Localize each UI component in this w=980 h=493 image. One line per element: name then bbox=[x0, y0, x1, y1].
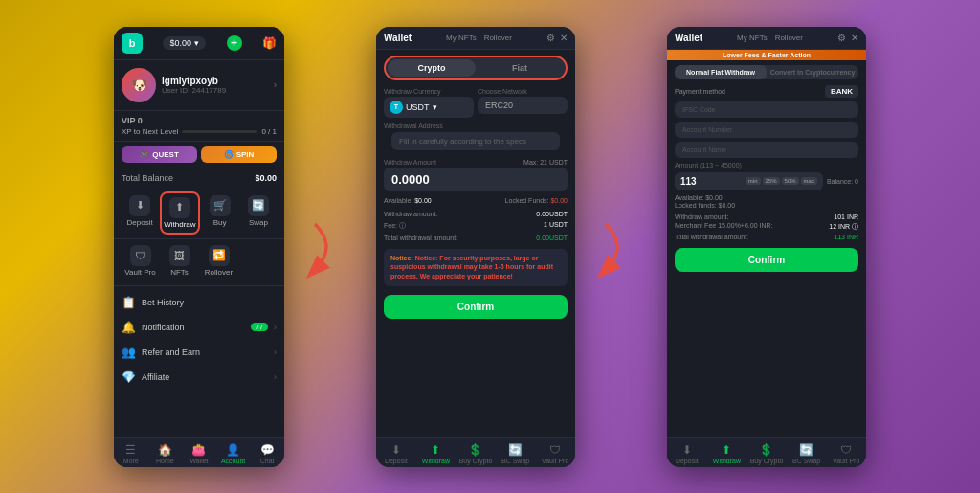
refer-icon: 👥 bbox=[122, 346, 136, 359]
nav-more[interactable]: ☰ More bbox=[114, 443, 148, 464]
confirm-button-mid[interactable]: Confirm bbox=[384, 295, 568, 319]
amount-label-row: Withdraw Amount Max: 21 USDT bbox=[384, 159, 568, 166]
add-funds-button[interactable]: + bbox=[227, 35, 242, 51]
fee-detail-row: Fee: ⓘ 1 USDT bbox=[384, 219, 568, 233]
withdraw-amount-val: 0.00USDT bbox=[536, 211, 568, 217]
buy-label: Buy bbox=[213, 218, 227, 227]
total-detail-row: Total withdrawal amount: 0.00USDT bbox=[384, 233, 568, 243]
nav-chat[interactable]: 💬 Chat bbox=[250, 443, 284, 464]
xp-bar bbox=[182, 130, 257, 133]
affiliate-item[interactable]: 💎 Affiliate › bbox=[114, 365, 284, 390]
amount-number: 113 bbox=[680, 176, 697, 187]
nav-account[interactable]: 👤 Account bbox=[216, 443, 251, 464]
app-logo: b bbox=[122, 33, 143, 54]
bet-history-item[interactable]: 📋 Bet History bbox=[114, 290, 284, 315]
nav-vault-pro-right[interactable]: 🛡 Vault Pro bbox=[826, 443, 866, 464]
buy-action[interactable]: 🛒 Buy bbox=[202, 191, 238, 235]
user-profile[interactable]: 🐶 lgmlytpxoyb User ID: 24417789 › bbox=[114, 60, 284, 111]
spin-button[interactable]: 🌀 SPIN bbox=[201, 146, 277, 163]
ifsc-field[interactable]: IFSC Code bbox=[675, 101, 858, 118]
bc-swap-icon: 🔄 bbox=[508, 443, 523, 457]
close-icon-right[interactable]: ✕ bbox=[851, 33, 858, 43]
normal-fiat-tab[interactable]: Normal Fiat Withdraw bbox=[675, 65, 767, 79]
nav-home[interactable]: 🏠 Home bbox=[148, 443, 183, 464]
range-buttons: min 25% 50% max bbox=[746, 177, 817, 185]
nav-buy-crypto-mid[interactable]: 💲 Buy Crypto bbox=[456, 443, 496, 464]
rollover-tab-right[interactable]: Rollover bbox=[775, 34, 803, 42]
convert-tab[interactable]: Convert in Cryptocurrency bbox=[767, 65, 858, 79]
refer-item[interactable]: 👥 Refer and Earn › bbox=[114, 340, 284, 365]
crypto-tab[interactable]: Crypto bbox=[388, 59, 476, 77]
amount-input-row: 113 min 25% 50% max Balance: 0 bbox=[667, 170, 866, 192]
balance-row-mid: Available: $0.00 Locked Funds: $0.00 bbox=[376, 194, 575, 207]
my-nfts-tab-mid[interactable]: My NFTs bbox=[446, 34, 477, 42]
settings-icon-mid[interactable]: ⚙ bbox=[546, 33, 555, 43]
payment-method-label: Payment method bbox=[675, 88, 725, 95]
amount-input-box[interactable]: 113 min 25% 50% max bbox=[675, 172, 823, 190]
fiat-tab[interactable]: Fiat bbox=[476, 59, 564, 77]
account-number-field[interactable]: Account Number bbox=[675, 122, 858, 138]
currency-badge[interactable]: T USDT ▾ bbox=[384, 97, 474, 118]
min-button[interactable]: min bbox=[746, 177, 761, 185]
confirm-button-right[interactable]: Confirm bbox=[675, 248, 858, 272]
right-panel: Wallet My NFTs Rollover ⚙ ✕ Lower Fees &… bbox=[667, 27, 866, 467]
wallet-right-header: Wallet My NFTs Rollover ⚙ ✕ bbox=[667, 27, 866, 50]
vault-pro-nav-label: Vault Pro bbox=[542, 458, 568, 464]
nav-bc-swap-right[interactable]: 🔄 BC Swap bbox=[787, 443, 827, 464]
arrow-2 bbox=[592, 209, 650, 285]
total-balance-label: Total Balance bbox=[122, 173, 173, 183]
rollover-action[interactable]: 🔁 Rollover bbox=[200, 241, 237, 280]
spin-icon: 🌀 bbox=[224, 150, 234, 159]
amount-range-row: Amount (113 ~ 45000) bbox=[667, 160, 866, 170]
address-input[interactable]: Fill in carefully according to the specs bbox=[391, 132, 560, 150]
notification-item[interactable]: 🔔 Notification 77 › bbox=[114, 315, 284, 340]
xp-count: 0 / 1 bbox=[261, 127, 277, 136]
nav-buy-crypto-right[interactable]: 💲 Buy Crypto bbox=[746, 443, 787, 464]
nfts-icon: 🖼 bbox=[169, 245, 190, 266]
nav-vault-pro-mid[interactable]: 🛡 Vault Pro bbox=[535, 443, 575, 464]
swap-action[interactable]: 🔄 Swap bbox=[240, 191, 277, 235]
buy-crypto-icon-right: 💲 bbox=[759, 443, 773, 457]
affiliate-label: Affiliate bbox=[142, 372, 268, 382]
nav-deposit-mid[interactable]: ⬇ Deposit bbox=[376, 443, 416, 464]
withdraw-nav-label: Withdraw bbox=[422, 458, 450, 464]
settings-icon-right[interactable]: ⚙ bbox=[837, 33, 846, 43]
currency-col: Withdraw Currency T USDT ▾ bbox=[384, 88, 474, 118]
swap-icon: 🔄 bbox=[248, 195, 269, 216]
home-label: Home bbox=[156, 458, 174, 464]
available-right: Available: $0.00 bbox=[675, 194, 858, 201]
nav-bc-swap-mid[interactable]: 🔄 BC Swap bbox=[496, 443, 536, 464]
max-button[interactable]: max bbox=[801, 177, 817, 185]
vip-section: VIP 0 XP to Next Level 0 / 1 bbox=[114, 111, 284, 142]
nfts-action[interactable]: 🖼 NFTs bbox=[161, 241, 198, 280]
wallet-mid-tabs-header: My NFTs Rollover bbox=[446, 34, 512, 42]
deposit-nav-icon-right: ⬇ bbox=[682, 443, 692, 457]
pct25-button[interactable]: 25% bbox=[763, 177, 780, 185]
total-right-val: 113 INR bbox=[834, 234, 858, 240]
nav-withdraw-mid[interactable]: ⬆ Withdraw bbox=[416, 443, 457, 464]
quest-icon: 🎮 bbox=[140, 150, 149, 159]
network-badge[interactable]: ERC20 bbox=[478, 97, 568, 114]
nav-withdraw-right[interactable]: ⬆ Withdraw bbox=[707, 443, 747, 464]
close-icon-mid[interactable]: ✕ bbox=[560, 33, 568, 43]
bc-swap-label: BC Swap bbox=[501, 458, 529, 464]
wallet-mid-title: Wallet bbox=[384, 33, 412, 43]
pct50-button[interactable]: 50% bbox=[782, 177, 799, 185]
more-label: More bbox=[123, 458, 139, 464]
network-col: Choose Network ERC20 bbox=[478, 88, 568, 118]
account-name-field[interactable]: Account Name bbox=[675, 142, 858, 158]
vault-pro-label: Vault Pro bbox=[124, 268, 155, 277]
nav-deposit-right[interactable]: ⬇ Deposit bbox=[667, 443, 707, 464]
spin-label: SPIN bbox=[236, 150, 255, 159]
bank-badge[interactable]: BANK bbox=[825, 85, 858, 98]
bell-icon[interactable]: 🎁 bbox=[262, 36, 277, 50]
withdraw-nav-icon: ⬆ bbox=[431, 443, 440, 457]
vault-pro-action[interactable]: 🛡 Vault Pro bbox=[122, 241, 159, 280]
deposit-action[interactable]: ⬇ Deposit bbox=[122, 191, 158, 235]
nav-wallet[interactable]: 👛 Wallet bbox=[182, 443, 216, 464]
amount-input[interactable]: 0.0000 bbox=[384, 168, 568, 191]
my-nfts-tab-right[interactable]: My NFTs bbox=[737, 34, 768, 42]
withdraw-action[interactable]: ⬆ Withdraw bbox=[160, 191, 199, 235]
rollover-tab-mid[interactable]: Rollover bbox=[484, 34, 512, 42]
quest-button[interactable]: 🎮 QUEST bbox=[122, 146, 197, 163]
